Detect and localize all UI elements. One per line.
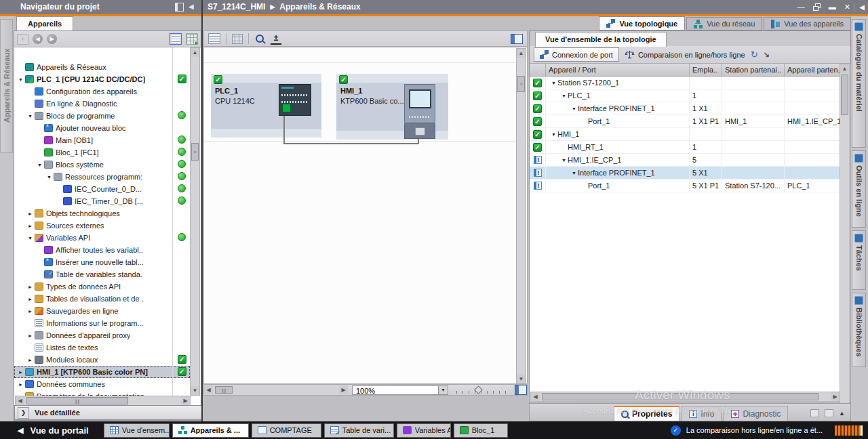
hmi-image[interactable] xyxy=(404,84,435,123)
collapse-right-icon[interactable]: ◀ xyxy=(854,3,865,12)
expand-compare-icon[interactable]: ↘ xyxy=(764,50,770,59)
column-header-empla[interactable]: Empla.. xyxy=(690,64,722,76)
detail-view-bar[interactable]: ❯ Vue détaillée xyxy=(14,405,202,420)
tab-info[interactable]: iInfo xyxy=(682,406,722,421)
tree-item-param-tres-de-la-documentation[interactable]: ►Paramètres de la documentation xyxy=(14,390,190,396)
tree-item-ajouter-nouveau-bloc[interactable]: Ajouter nouveau bloc xyxy=(14,122,190,134)
tree-item-ressources-programm[interactable]: ▼Ressources programm: xyxy=(14,171,190,183)
scroll-up-icon[interactable]: ▲ xyxy=(840,64,849,73)
expander-closed-icon[interactable]: ► xyxy=(26,211,34,216)
expander-closed-icon[interactable]: ► xyxy=(26,333,34,338)
scroll-right-icon[interactable]: ▶ xyxy=(831,392,840,401)
export-icon[interactable] xyxy=(186,33,198,45)
tree-item-en-ligne-diagnostic[interactable]: En ligne & Diagnostic xyxy=(14,98,190,110)
scroll-thumb[interactable]: ≡ xyxy=(517,76,525,92)
add-new-icon[interactable]: ＋ xyxy=(17,34,28,45)
tree-vertical-scrollbar[interactable]: ▲ ≡ ▼ xyxy=(190,47,200,396)
expander-open-icon[interactable]: ▼ xyxy=(550,77,557,89)
expander-open-icon[interactable]: ▼ xyxy=(26,114,34,119)
tree-item-variables-api[interactable]: ▼Variables API xyxy=(14,232,190,244)
task-bloc-1[interactable]: Bloc_1 xyxy=(454,423,508,438)
side-tab-t-ches[interactable]: Tâches xyxy=(852,230,866,290)
plc-image[interactable] xyxy=(279,84,311,116)
scroll-down-icon[interactable]: ▼ xyxy=(191,386,199,395)
zoom-icon[interactable] xyxy=(256,35,264,43)
task-comptage[interactable]: COMPTAGE xyxy=(252,423,321,438)
expander-open-icon[interactable]: ▼ xyxy=(26,236,34,241)
fit-page-icon[interactable] xyxy=(515,385,527,395)
show-names-icon[interactable] xyxy=(208,33,220,44)
tab-topology-overview[interactable]: Vue d'ensemble de la topologie xyxy=(535,32,667,47)
tree-item-types-de-donn-es-api[interactable]: ►Types de données API xyxy=(14,280,190,293)
grid-icon[interactable] xyxy=(232,34,243,44)
tree-item-objets-technologiques[interactable]: ►Objets technologiques xyxy=(14,207,190,220)
expander-open-icon[interactable]: ▼ xyxy=(36,163,43,167)
restore-button[interactable] xyxy=(813,3,821,11)
plc-port-icon[interactable] xyxy=(282,104,291,112)
tree-horizontal-scrollbar[interactable]: ◀ ∥∥ ▶ xyxy=(15,396,191,406)
table-row-port-1[interactable]: Port_15 X1 P1Station S7-120...PLC_1 xyxy=(530,180,840,192)
scroll-left-icon[interactable]: ◀ xyxy=(531,392,540,401)
tree-item-iec-timer-0-db[interactable]: IEC_Timer_0_DB [... xyxy=(14,195,190,207)
table-row-hmi-1[interactable]: ▼HMI_1 xyxy=(530,128,840,141)
collapse-left-icon[interactable]: ◀ xyxy=(189,3,194,10)
hmi-interface-module[interactable] xyxy=(404,123,435,139)
tree-item-bloc-1-fc1[interactable]: Bloc_1 [FC1] xyxy=(14,146,190,159)
scroll-thumb[interactable] xyxy=(542,393,818,400)
tree-item-listes-de-textes[interactable]: Listes de textes xyxy=(14,341,190,354)
scroll-thumb[interactable] xyxy=(841,75,848,115)
scroll-left-icon[interactable]: ◀ xyxy=(204,385,213,394)
fit-view-icon[interactable]: ± xyxy=(271,33,281,45)
scroll-right-icon[interactable]: ▶ xyxy=(339,385,348,394)
topology-canvas[interactable]: PLC_1 CPU 1214C HMI_1 KTP600 Basic co... xyxy=(203,47,528,384)
back-icon[interactable]: ◀ xyxy=(33,34,43,44)
table-row-plc-1[interactable]: ▼PLC_11 xyxy=(530,89,840,102)
expander-closed-icon[interactable]: ► xyxy=(17,370,24,375)
hmi-port-icon[interactable] xyxy=(415,127,425,135)
forward-icon[interactable]: ▶ xyxy=(47,34,57,44)
tree-item-main-ob1[interactable]: Main [OB1] xyxy=(14,134,190,146)
tree-item-informations-sur-le-program[interactable]: Informations sur le program... xyxy=(14,317,190,329)
tab-vue-topologique[interactable]: Vue topologique xyxy=(599,16,685,30)
scroll-up-icon[interactable]: ▲ xyxy=(517,49,526,58)
hmi-device[interactable]: HMI_1 KTP600 Basic co... xyxy=(336,74,448,140)
tree-item-iec-counter-0-d[interactable]: IEC_Counter_0_D... xyxy=(14,183,190,195)
zoom-select[interactable]: 100% ▼ xyxy=(352,385,448,395)
expander-closed-icon[interactable]: ► xyxy=(26,285,34,289)
list-view-icon[interactable] xyxy=(170,33,182,45)
side-tab-biblioth-ques[interactable]: Bibliothèques xyxy=(852,293,866,367)
port-connection-button[interactable]: Connexion de port xyxy=(534,47,619,62)
breadcrumb-project[interactable]: S7_1214C_HMI xyxy=(208,2,265,12)
scroll-down-icon[interactable]: ▼ xyxy=(517,375,526,383)
scroll-thumb[interactable]: ∥∥ xyxy=(26,397,128,404)
tree-item-donn-es-communes[interactable]: ►Données communes xyxy=(14,378,190,390)
tab-vue-du-r-seau[interactable]: Vue du réseau xyxy=(686,17,762,30)
tree-item-plc-1-cpu-1214c-dc-dc-dc[interactable]: ▼PLC_1 [CPU 1214C DC/DC/DC] xyxy=(14,73,190,85)
table-row-hmi-rt-1[interactable]: HMI_RT_11 xyxy=(530,141,840,154)
table-row-interface-profinet-1[interactable]: ▼Interface PROFINET_15 X1 xyxy=(530,167,840,180)
side-tab-catalogue-du-mat-riel[interactable]: Catalogue du matériel xyxy=(852,19,866,148)
collapse-up-icon[interactable]: ▲ xyxy=(839,410,845,417)
expander-closed-icon[interactable]: ► xyxy=(17,382,24,387)
minimize-button[interactable]: — xyxy=(797,3,805,11)
tree-item-tables-de-visualisation-et-de[interactable]: ►Tables de visualisation et de . xyxy=(14,293,190,305)
table-row-port-1[interactable]: Port_11 X1 P1HMI_1HMI_1.IE_CP_1 xyxy=(530,115,840,128)
tree-item-afficher-toutes-les-variabl[interactable]: Afficher toutes les variabl.. xyxy=(14,244,190,256)
breadcrumb-section[interactable]: Appareils & Réseaux xyxy=(279,2,360,12)
left-edge-tab[interactable]: Appareils & Réseaux xyxy=(0,19,13,153)
expander-open-icon[interactable]: ▼ xyxy=(570,103,578,115)
tree-item-configuration-des-appareils[interactable]: Configuration des appareils xyxy=(14,85,190,98)
task-variables-api[interactable]: Variables API xyxy=(397,423,451,438)
scroll-thumb[interactable]: ≡ xyxy=(191,143,199,161)
topology-vertical-scrollbar[interactable]: ▲ ▼ xyxy=(840,64,850,412)
task-vue-d-ensem[interactable]: Vue d'ensem... xyxy=(104,423,170,438)
refresh-icon[interactable]: ↻ xyxy=(751,49,758,60)
tree-item-blocs-syst-me[interactable]: ▼Blocs système xyxy=(14,159,190,171)
canvas-horizontal-scrollbar[interactable]: ◀ ∥∥ ▶ xyxy=(204,385,348,395)
expander-open-icon[interactable]: ▼ xyxy=(550,129,557,141)
scroll-right-icon[interactable]: ▶ xyxy=(181,396,190,405)
tree-item-donn-es-d-appareil-proxy[interactable]: ►Données d'appareil proxy xyxy=(14,329,190,341)
maximize-button[interactable]: ▬ xyxy=(829,3,836,11)
tree-item-sources-externes[interactable]: ►Sources externes xyxy=(14,220,190,232)
scroll-left-icon[interactable]: ◀ xyxy=(16,396,24,405)
